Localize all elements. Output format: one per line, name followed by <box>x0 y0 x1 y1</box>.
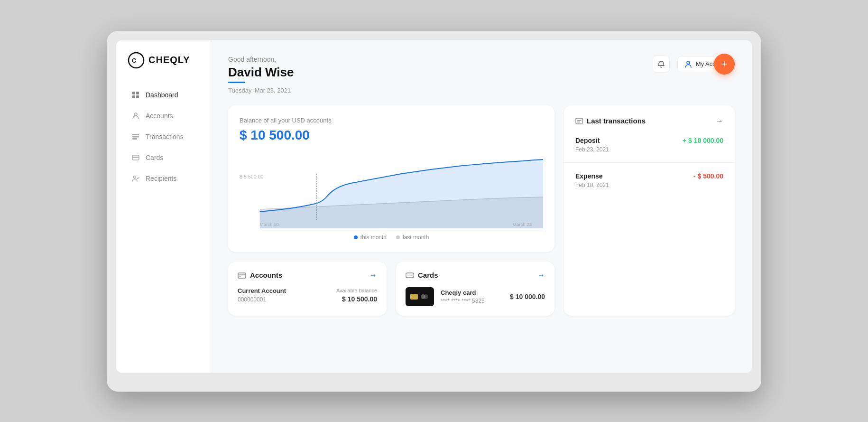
user-icon <box>684 60 692 68</box>
tx-info-0: Deposit Feb 23, 2021 <box>575 137 609 153</box>
svg-point-19 <box>240 276 240 277</box>
card-item: Cheqly card **** **** **** 5325 $ 10 000… <box>406 287 545 306</box>
card-visual <box>406 287 434 306</box>
cards-mini-title: Cards <box>406 271 438 280</box>
notifications-button[interactable] <box>653 56 670 73</box>
card-balance: $ 10 000.00 <box>510 293 545 300</box>
accounts-icon <box>131 112 140 120</box>
transactions-icon <box>131 132 140 141</box>
accounts-mini-card: Accounts → Current Account 000000001 <box>228 262 387 316</box>
svg-rect-5 <box>136 95 139 98</box>
balance-label: Balance of all your USD accounts <box>240 117 543 124</box>
accounts-arrow[interactable]: → <box>369 271 377 280</box>
cards-mini-title-text: Cards <box>418 271 438 279</box>
sidebar-item-label-dashboard: Dashboard <box>146 91 178 99</box>
transaction-item-0: Deposit Feb 23, 2021 + $ 10 000.00 <box>575 137 723 153</box>
user-name: David Wise <box>228 65 294 80</box>
sidebar-item-label-cards: Cards <box>146 154 163 161</box>
card-number: **** **** **** 5325 <box>441 298 485 304</box>
accounts-mini-title-text: Accounts <box>250 271 282 279</box>
legend-this-month: this month <box>354 234 387 241</box>
svg-text:March 10: March 10 <box>260 222 279 227</box>
transactions-panel-header: Last transactions → <box>575 117 723 125</box>
balance-chart: $ 5 500.00 <box>240 152 543 228</box>
tx-date-0: Feb 23, 2021 <box>575 146 609 153</box>
tx-type-0: Deposit <box>575 137 609 144</box>
svg-point-13 <box>687 61 690 64</box>
svg-rect-4 <box>132 95 135 98</box>
accounts-mini-title: Accounts <box>238 271 282 280</box>
sidebar: C CHEQLY Dash <box>116 40 211 373</box>
account-balance-section: Available balance $ 10 500.00 <box>336 288 377 303</box>
account-info: Current Account 000000001 <box>238 287 286 303</box>
transaction-item-1: Expense Feb 10, 2021 - $ 500.00 <box>575 172 723 188</box>
card-name: Cheqly card <box>441 289 485 296</box>
balance-amount: $ 10 500.00 <box>240 128 543 143</box>
svg-rect-3 <box>136 92 139 94</box>
svg-rect-21 <box>406 274 414 276</box>
svg-text:March 23: March 23 <box>513 222 532 227</box>
sidebar-item-dashboard[interactable]: Dashboard <box>120 85 207 105</box>
sidebar-item-label-accounts: Accounts <box>146 112 173 120</box>
svg-text:C: C <box>132 57 137 64</box>
svg-point-6 <box>134 113 137 116</box>
last-month-dot <box>396 235 400 239</box>
this-month-dot <box>354 235 358 239</box>
cheqly-card-logo <box>420 293 429 300</box>
card-info: Cheqly card **** **** **** 5325 <box>441 289 485 304</box>
nav-menu: Dashboard Accounts <box>116 84 211 189</box>
cards-icon <box>131 153 140 162</box>
logo[interactable]: C CHEQLY <box>116 52 211 84</box>
cards-mini-card: Cards → <box>396 262 554 316</box>
transactions-panel: Last transactions → Deposit Feb 23, 2021 <box>564 105 735 316</box>
date-text: Tuesday, Mar 23, 2021 <box>228 87 294 94</box>
greeting-section: Good afternoon, David Wise Tuesday, Mar … <box>228 56 294 94</box>
fab-icon: + <box>721 58 728 70</box>
sidebar-item-recipients[interactable]: Recipients <box>120 169 207 188</box>
left-column: Balance of all your USD accounts $ 10 50… <box>228 105 554 316</box>
svg-rect-9 <box>132 138 137 140</box>
transactions-title: Last transactions <box>575 117 646 125</box>
tx-amount-1: - $ 500.00 <box>693 172 723 180</box>
transactions-panel-title-text: Last transactions <box>587 117 646 125</box>
cheqly-logo-icon: C <box>128 52 145 69</box>
transactions-arrow[interactable]: → <box>716 117 723 125</box>
svg-rect-8 <box>132 136 139 137</box>
tx-info-1: Expense Feb 10, 2021 <box>575 172 609 188</box>
tx-amount-0: + $ 10 000.00 <box>683 137 723 144</box>
fab-button[interactable]: + <box>714 54 735 75</box>
balance-card: Balance of all your USD accounts $ 10 50… <box>228 105 554 252</box>
svg-rect-11 <box>132 157 139 158</box>
account-number: 000000001 <box>238 296 286 303</box>
chart-area: $ 5 500.00 <box>240 152 543 228</box>
cards-mini-icon <box>406 271 414 280</box>
bottom-row: Accounts → Current Account 000000001 <box>228 262 554 316</box>
account-balance-label: Available balance <box>336 288 377 293</box>
tx-divider <box>564 162 735 163</box>
card-chip <box>410 294 418 300</box>
dashboard-icon <box>131 91 140 99</box>
svg-rect-7 <box>132 134 139 135</box>
sidebar-item-transactions[interactable]: Transactions <box>120 127 207 147</box>
sidebar-item-label-recipients: Recipients <box>146 175 176 182</box>
greeting-text: Good afternoon, <box>228 56 294 63</box>
svg-text:$ 5 500.00: $ 5 500.00 <box>240 174 264 179</box>
svg-rect-18 <box>238 273 246 278</box>
svg-point-12 <box>134 176 136 178</box>
top-bar: Good afternoon, David Wise Tuesday, Mar … <box>228 56 735 94</box>
sidebar-item-cards[interactable]: Cards <box>120 148 207 168</box>
account-balance-value: $ 10 500.00 <box>336 295 377 303</box>
svg-rect-2 <box>132 92 135 94</box>
bell-icon <box>657 60 665 68</box>
svg-rect-24 <box>576 118 582 124</box>
tx-row-0: Deposit Feb 23, 2021 + $ 10 000.00 <box>575 137 723 153</box>
logo-text: CHEQLY <box>148 55 190 66</box>
sidebar-item-label-transactions: Transactions <box>146 133 184 141</box>
cards-mini-header: Cards → <box>406 271 545 280</box>
sidebar-item-accounts[interactable]: Accounts <box>120 106 207 126</box>
last-month-label: last month <box>403 234 429 241</box>
legend-last-month: last month <box>396 234 429 241</box>
cards-arrow[interactable]: → <box>537 271 545 280</box>
transactions-panel-icon <box>575 117 583 125</box>
recipients-icon <box>131 174 140 183</box>
